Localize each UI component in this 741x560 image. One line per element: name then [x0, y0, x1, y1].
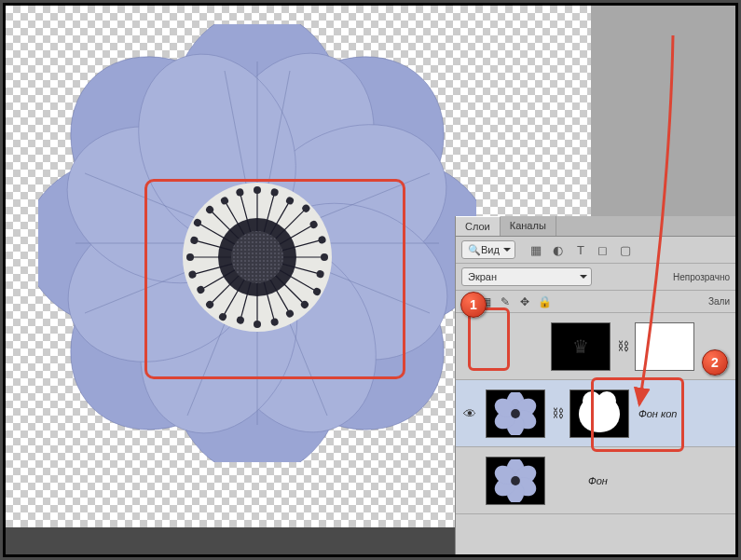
layer-mask-thumbnail[interactable] [569, 389, 629, 438]
lock-position-icon[interactable]: ✥ [518, 294, 532, 308]
svg-point-19 [254, 186, 261, 194]
blend-mode-label: Экран [468, 271, 497, 282]
layer-row[interactable]: Фон [456, 447, 735, 514]
lock-row: ть: ▦ ✎ ✥ 🔒 Зали [456, 291, 735, 313]
filter-kind-dropdown[interactable]: 🔍 Вид [461, 240, 515, 259]
layer-name[interactable]: Фон коп [638, 408, 677, 419]
lock-paint-icon[interactable]: ✎ [499, 294, 513, 308]
link-icon[interactable]: ⛓ [616, 339, 629, 353]
workspace-gray [591, 6, 735, 216]
lock-all-icon[interactable]: 🔒 [538, 294, 552, 308]
filter-type-icon[interactable]: T [573, 242, 588, 257]
tab-channels[interactable]: Каналы [501, 216, 556, 236]
filter-adjustment-icon[interactable]: ◐ [551, 242, 566, 257]
flower-image [38, 24, 476, 462]
layer-name[interactable]: Фон [588, 475, 608, 486]
svg-point-43 [254, 321, 261, 328]
svg-point-67 [231, 231, 283, 283]
link-icon[interactable]: ⛓ [551, 406, 564, 420]
filter-kind-label: Вид [481, 244, 500, 255]
layer-filter-row: 🔍 Вид ▦ ◐ T ◻ ▢ [456, 237, 735, 264]
panel-tabs: Слои Каналы [456, 216, 735, 237]
blend-row: Экран Непрозрачно [456, 264, 735, 291]
filter-smart-icon[interactable]: ▢ [618, 242, 633, 257]
svg-point-75 [511, 409, 520, 418]
filter-pixel-icon[interactable]: ▦ [528, 242, 543, 257]
tab-layers[interactable]: Слои [456, 216, 501, 236]
mask-shape [579, 395, 620, 432]
filter-type-icons: ▦ ◐ T ◻ ▢ [528, 242, 633, 257]
marker-text: 2 [711, 355, 719, 370]
layer-thumbnail[interactable] [486, 457, 545, 505]
layer-effects-white-thumbnail[interactable] [635, 322, 694, 371]
layer-effects-thumbnail[interactable]: ♛ [551, 322, 611, 371]
visibility-toggle[interactable]: 👁 [460, 406, 480, 421]
eye-icon: 👁 [463, 406, 476, 421]
marker-text: 1 [470, 297, 477, 312]
svg-point-55 [186, 253, 194, 261]
blend-mode-dropdown[interactable]: Экран [461, 267, 592, 286]
layer-row[interactable]: 👁 ⛓ Фон коп [456, 380, 735, 447]
svg-point-31 [321, 253, 328, 261]
filter-shape-icon[interactable]: ◻ [596, 242, 611, 257]
svg-point-82 [511, 476, 520, 485]
layer-thumbnail[interactable] [486, 389, 545, 438]
annotation-marker-2: 2 [702, 349, 728, 376]
layers-list: ♛ ⛓ 👁 [456, 313, 735, 514]
layer-row[interactable]: ♛ ⛓ [456, 313, 735, 380]
layers-panel: Слои Каналы 🔍 Вид ▦ ◐ T ◻ ▢ Экран Непроз… [455, 216, 735, 554]
opacity-label[interactable]: Непрозрачно [673, 272, 730, 282]
search-icon: 🔍 [468, 244, 481, 256]
annotation-marker-1: 1 [460, 292, 487, 318]
fill-label[interactable]: Зали [708, 296, 730, 307]
crown-icon: ♛ [572, 335, 589, 358]
